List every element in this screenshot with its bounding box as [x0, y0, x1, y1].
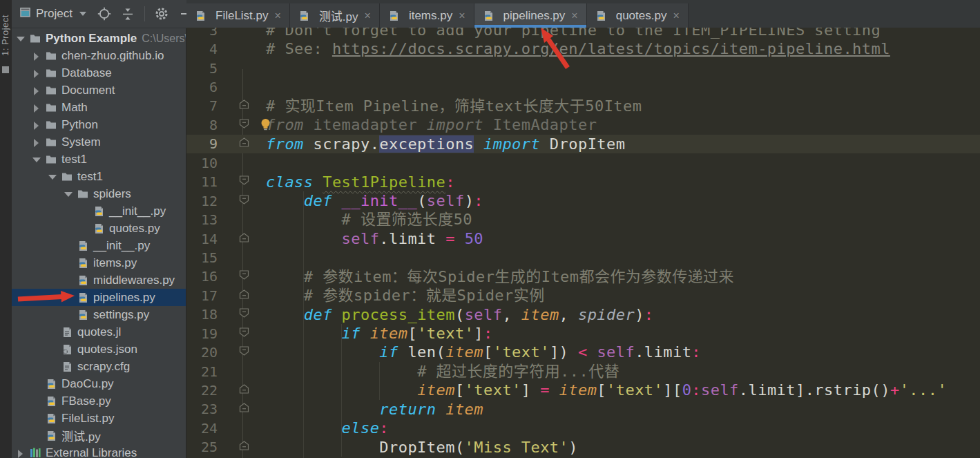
- tree-item-scrapy.cfg[interactable]: scrapy.cfg: [12, 358, 186, 375]
- code-line-8[interactable]: 8from itemadapter import ItemAdapter: [186, 115, 980, 134]
- tree-item-pipelines.py[interactable]: pipelines.py: [12, 289, 186, 306]
- chevron-collapsed-icon[interactable]: [32, 69, 40, 77]
- chevron-collapsed-icon[interactable]: [16, 449, 24, 457]
- code-line-17[interactable]: 17 # 参数spider：就是Spider实例: [186, 286, 980, 305]
- close-icon[interactable]: ×: [365, 10, 371, 21]
- tree-item-System[interactable]: System: [12, 133, 186, 151]
- settings-gear-icon[interactable]: [155, 7, 169, 21]
- hide-panel-icon[interactable]: [181, 13, 186, 15]
- tree-item-quotes.json[interactable]: quotes.json: [12, 341, 186, 358]
- tree-item-spiders[interactable]: spiders: [12, 185, 186, 202]
- tree-item-__init__.py[interactable]: __init__.py: [12, 237, 186, 254]
- chevron-collapsed-icon[interactable]: [32, 104, 40, 112]
- code-line-25[interactable]: 25 DropItem('Miss Text'): [186, 438, 980, 457]
- tree-item-chen-zhuo.github.io[interactable]: chen-zhuo.github.io: [12, 47, 186, 64]
- chevron-expanded-icon[interactable]: [64, 190, 72, 198]
- chevron-expanded-icon[interactable]: [32, 155, 40, 164]
- code-line-5[interactable]: 5: [186, 59, 980, 77]
- tree-item-__init__.py[interactable]: __init__.py: [12, 202, 186, 220]
- tool-window-square-icon[interactable]: [2, 66, 9, 73]
- code-line-3[interactable]: 3# Don't forget to add your pipeline to …: [186, 28, 980, 39]
- chevron-down-icon[interactable]: [79, 12, 86, 16]
- fold-up-icon[interactable]: [239, 233, 249, 245]
- chevron-collapsed-icon[interactable]: [32, 121, 40, 129]
- chevron-collapsed-icon[interactable]: [32, 52, 40, 60]
- code-line-11[interactable]: 11class Test1Pipeline:: [186, 173, 980, 191]
- tab-items.py[interactable]: items.py×: [380, 3, 474, 28]
- tab-FileList.py[interactable]: FileList.py×: [186, 3, 290, 28]
- tree-item-settings.py[interactable]: settings.py: [12, 306, 186, 323]
- tree-item-quotes.jl[interactable]: quotes.jl: [12, 323, 186, 341]
- code-line-23[interactable]: 23 return item: [186, 400, 980, 419]
- tree-item-DaoCu.py[interactable]: DaoCu.py: [12, 375, 186, 392]
- close-icon[interactable]: ×: [459, 10, 465, 21]
- code-line-21[interactable]: 21 # 超过长度的字符用...代替: [186, 362, 980, 381]
- tab-label: 测试.py: [319, 7, 358, 24]
- tree-item-middlewares.py[interactable]: middlewares.py: [12, 271, 186, 289]
- fold-down-icon[interactable]: [239, 119, 249, 131]
- tree-item-Database[interactable]: Database: [12, 64, 186, 82]
- code-text: if item['text']:: [266, 324, 493, 343]
- tree-item-External Libraries[interactable]: External Libraries: [12, 444, 186, 458]
- tab-pipelines.py[interactable]: pipelines.py×: [474, 3, 587, 28]
- tree-item-Math[interactable]: Math: [12, 99, 186, 116]
- tree-item-Document[interactable]: Document: [12, 82, 186, 99]
- chevron-collapsed-icon[interactable]: [32, 138, 40, 146]
- chevron-expanded-icon[interactable]: [16, 35, 24, 43]
- code-line-20[interactable]: 20 if len(item['text']) < self.limit:: [186, 343, 980, 361]
- fold-down-icon[interactable]: [239, 327, 249, 340]
- tree-item-FBase.py[interactable]: FBase.py: [12, 392, 186, 410]
- fold-up-icon[interactable]: [239, 441, 249, 453]
- code-line-22[interactable]: 22 item['text'] = item['text'][0:self.li…: [186, 381, 980, 399]
- tree-item-test1[interactable]: test1: [12, 151, 186, 168]
- tab-bar: FileList.py×测试.py×items.py×pipelines.py×…: [186, 0, 980, 28]
- fold-down-icon[interactable]: [239, 195, 249, 207]
- fold-down-icon[interactable]: [239, 308, 249, 321]
- tree-item-FileList.py[interactable]: FileList.py: [12, 410, 186, 427]
- project-tool-window-button[interactable]: 1: Project: [0, 6, 12, 65]
- fold-down-icon[interactable]: [239, 175, 249, 188]
- fold-up-icon[interactable]: [239, 384, 249, 397]
- intention-lightbulb-icon[interactable]: [260, 118, 271, 134]
- fold-up-icon[interactable]: [239, 99, 249, 112]
- project-view-selector[interactable]: Project: [36, 7, 73, 21]
- code-line-16[interactable]: 16 # 参数item：每次Spider生成的Item都会作为参数传递过来: [186, 267, 980, 286]
- chevron-expanded-icon[interactable]: [48, 173, 56, 181]
- tab-测试.py[interactable]: 测试.py×: [290, 3, 380, 28]
- fold-up-icon[interactable]: [239, 289, 249, 302]
- code-line-9[interactable]: 9from scrapy.exceptions import DropItem: [186, 135, 980, 153]
- hyperlink[interactable]: https://docs.scrapy.org/en/latest/topics…: [332, 40, 890, 57]
- code-line-14[interactable]: 14 self.limit = 50: [186, 229, 980, 248]
- code-line-4[interactable]: 4# See: https://docs.scrapy.org/en/lates…: [186, 39, 980, 58]
- code-line-19[interactable]: 19 if item['text']:: [186, 324, 980, 343]
- code-line-13[interactable]: 13 # 设置筛选长度50: [186, 210, 980, 229]
- chevron-collapsed-icon[interactable]: [32, 86, 40, 95]
- code-line-7[interactable]: 7# 实现Item Pipeline，筛掉text长度大于50Item: [186, 97, 980, 115]
- tree-item-test1[interactable]: test1: [12, 168, 186, 185]
- line-number: 5: [186, 60, 218, 77]
- close-icon[interactable]: ×: [275, 10, 281, 21]
- tree-item-测试.py[interactable]: 测试.py: [12, 427, 186, 444]
- code-line-10[interactable]: 10: [186, 153, 980, 172]
- code-line-12[interactable]: 12 def __init__(self):: [186, 191, 980, 210]
- close-icon[interactable]: ×: [673, 10, 679, 21]
- fold-down-icon[interactable]: [239, 346, 249, 359]
- fold-up-icon[interactable]: [239, 137, 249, 150]
- close-icon[interactable]: ×: [571, 10, 577, 21]
- tree-item-Python Example[interactable]: Python ExampleC:\Users\C: [12, 30, 186, 47]
- tree-item-Python[interactable]: Python: [12, 116, 186, 133]
- line-number: 15: [186, 249, 218, 266]
- code-line-18[interactable]: 18 def process_item(self, item, spider):: [186, 305, 980, 324]
- code-line-24[interactable]: 24 else:: [186, 419, 980, 437]
- code-line-6[interactable]: 6: [186, 77, 980, 96]
- python-file-icon: [298, 10, 309, 21]
- tree-item-quotes.py[interactable]: quotes.py: [12, 220, 186, 237]
- fold-up-icon[interactable]: [239, 403, 249, 415]
- code-editor[interactable]: 3# Don't forget to add your pipeline to …: [186, 28, 980, 458]
- tab-quotes.py[interactable]: quotes.py×: [587, 3, 689, 28]
- fold-down-icon[interactable]: [239, 270, 249, 283]
- locate-file-icon[interactable]: [97, 7, 111, 21]
- code-line-15[interactable]: 15: [186, 248, 980, 267]
- tree-item-items.py[interactable]: items.py: [12, 254, 186, 271]
- collapse-all-icon[interactable]: [122, 8, 133, 20]
